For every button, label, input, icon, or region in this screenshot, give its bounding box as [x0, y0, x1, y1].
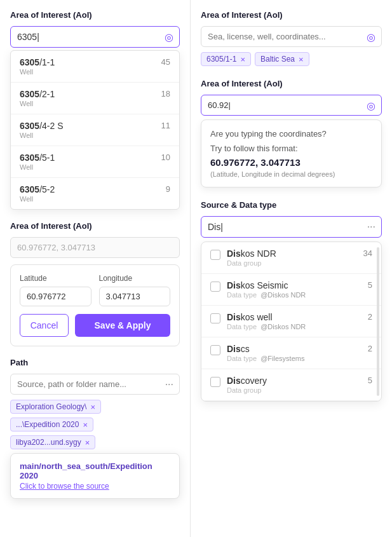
path-tag-3: libya202...und.sygy ×: [10, 435, 95, 449]
path-tag-1: Exploration Geology\ ×: [10, 400, 101, 414]
path-tags-2: ...\Expedition 2020 × libya202...und.syg…: [10, 418, 180, 449]
cancel-button[interactable]: Cancel: [20, 314, 69, 337]
hint-try: Try to follow this format:: [210, 144, 372, 153]
rp-tag-1: 6305/1-1 ×: [201, 52, 251, 66]
lat-lon-row: Latitude Longitude: [20, 274, 170, 306]
rp-aoi-section-2: Area of Interest (AoI) ◎ Are you typing …: [201, 79, 382, 187]
tooltip-box: main/north_sea_south/Expedition 2020 Cli…: [10, 453, 180, 499]
source-dropdown: Diskos NDR Data group 34 Diskos Seismic …: [201, 241, 382, 402]
rp-tags-1: 6305/1-1 × Baltic Sea ×: [201, 52, 382, 66]
rp-tag-2: Baltic Sea ×: [255, 52, 309, 66]
list-item[interactable]: 6305/4-2 S Well 11: [11, 114, 179, 146]
scrollbar: [377, 247, 379, 396]
list-item[interactable]: 6305/5-1 Well 10: [11, 146, 179, 178]
source-checkbox-5[interactable]: [210, 377, 220, 387]
lon-col: Longitude: [99, 274, 171, 306]
rp-tag-2-close[interactable]: ×: [299, 55, 304, 64]
rp-tag-2-label: Baltic Sea: [260, 55, 295, 64]
source-checkbox-4[interactable]: [210, 345, 220, 355]
save-apply-button[interactable]: Save & Apply: [75, 314, 170, 337]
lat-input[interactable]: [20, 287, 91, 306]
aoi-title-1: Area of Interest (AoI): [10, 10, 180, 20]
path-tags: Exploration Geology\ ×: [10, 400, 180, 414]
source-section: Source & Data type ··· Diskos NDR Data g…: [201, 200, 382, 402]
tooltip-link[interactable]: Click to browse the source: [20, 482, 170, 491]
source-item-diskos-well[interactable]: Diskos well Data type @Diskos NDR 2: [201, 306, 381, 337]
lat-label: Latitude: [20, 274, 91, 283]
source-checkbox-2[interactable]: [210, 282, 220, 292]
path-tag-2-label: ...\Expedition 2020: [16, 420, 79, 429]
path-input[interactable]: [10, 374, 180, 395]
lat-lon-wrap: Latitude Longitude Cancel Save & Apply: [10, 264, 180, 346]
list-item[interactable]: 6305/1-1 Well 45: [11, 51, 179, 83]
tooltip-path: main/north_sea_south/Expedition 2020: [20, 461, 170, 480]
location-icon-1[interactable]: ◎: [165, 31, 173, 43]
source-dots-icon[interactable]: ···: [367, 221, 375, 233]
aoi-section-2: Area of Interest (AoI) Latitude Longitud…: [10, 221, 180, 346]
aoi-dropdown: 6305/1-1 Well 45 6305/2-1 Well 18 6305/4…: [10, 50, 180, 210]
rp-aoi-title-1: Area of Interest (AoI): [201, 10, 382, 20]
rp-aoi-input-wrap-1: ◎: [201, 26, 382, 47]
path-tag-2-close[interactable]: ×: [83, 421, 88, 429]
source-title: Source & Data type: [201, 200, 382, 210]
source-item-discs[interactable]: Discs Data type @Filesystems 2: [201, 337, 381, 369]
lat-col: Latitude: [20, 274, 91, 306]
rp-aoi-input-2[interactable]: [201, 95, 382, 116]
path-dots-icon[interactable]: ···: [165, 379, 173, 390]
lon-input[interactable]: [99, 287, 171, 306]
location-icon-right-2[interactable]: ◎: [367, 99, 375, 111]
path-section: Path ··· Exploration Geology\ × ...\Expe…: [10, 358, 180, 499]
source-input[interactable]: [201, 216, 382, 238]
list-item[interactable]: 6305/2-1 Well 18: [11, 83, 179, 114]
right-panel: Area of Interest (AoI) ◎ 6305/1-1 × Balt…: [191, 0, 392, 537]
hint-note: (Latitude, Longitude in decimal degrees): [210, 170, 372, 178]
rp-tag-1-label: 6305/1-1: [206, 55, 236, 64]
source-checkbox-1[interactable]: [210, 250, 220, 260]
rp-aoi-input-1[interactable]: [201, 26, 382, 47]
source-input-wrap: ···: [201, 216, 382, 238]
coord-hint-box: Are you typing the coordinates? Try to f…: [201, 119, 382, 187]
path-title: Path: [10, 358, 180, 367]
tooltip-container: main/north_sea_south/Expedition 2020 Cli…: [10, 453, 180, 499]
hint-coord: 60.976772, 3.047713: [210, 157, 372, 168]
path-tag-1-label: Exploration Geology\: [16, 402, 86, 411]
hint-question: Are you typing the coordinates?: [210, 129, 372, 139]
lon-label: Longitude: [99, 274, 171, 283]
source-checkbox-3[interactable]: [210, 313, 220, 323]
path-tag-3-label: libya202...und.sygy: [16, 438, 81, 447]
rp-aoi-section-1: Area of Interest (AoI) ◎ 6305/1-1 × Balt…: [201, 10, 382, 66]
aoi-input-wrap-1: ◎: [10, 26, 180, 48]
rp-aoi-input-wrap-2: ◎: [201, 95, 382, 116]
source-item-diskos-seismic[interactable]: Diskos Seismic Data type @Diskos NDR 5: [201, 274, 381, 306]
source-item-discovery[interactable]: Discovery Data group 5: [201, 369, 381, 401]
coord-display-input[interactable]: [10, 237, 180, 258]
path-tag-1-close[interactable]: ×: [90, 403, 95, 411]
btn-row: Cancel Save & Apply: [20, 314, 170, 337]
location-icon-right-1[interactable]: ◎: [367, 31, 375, 43]
left-panel: Area of Interest (AoI) ◎ 6305/1-1 Well 4…: [0, 0, 191, 537]
source-item-diskos-ndr[interactable]: Diskos NDR Data group 34: [201, 242, 381, 274]
path-tag-3-close[interactable]: ×: [85, 438, 90, 447]
path-tag-2: ...\Expedition 2020 ×: [10, 418, 93, 432]
rp-tag-1-close[interactable]: ×: [240, 55, 245, 64]
rp-aoi-title-2: Area of Interest (AoI): [201, 79, 382, 88]
path-input-wrap: ···: [10, 374, 180, 395]
list-item[interactable]: 6305/5-2 Well 9: [11, 178, 179, 209]
aoi-section-1: Area of Interest (AoI) ◎ 6305/1-1 Well 4…: [10, 10, 180, 210]
aoi-input-1[interactable]: [10, 26, 180, 48]
aoi-title-2: Area of Interest (AoI): [10, 221, 180, 231]
